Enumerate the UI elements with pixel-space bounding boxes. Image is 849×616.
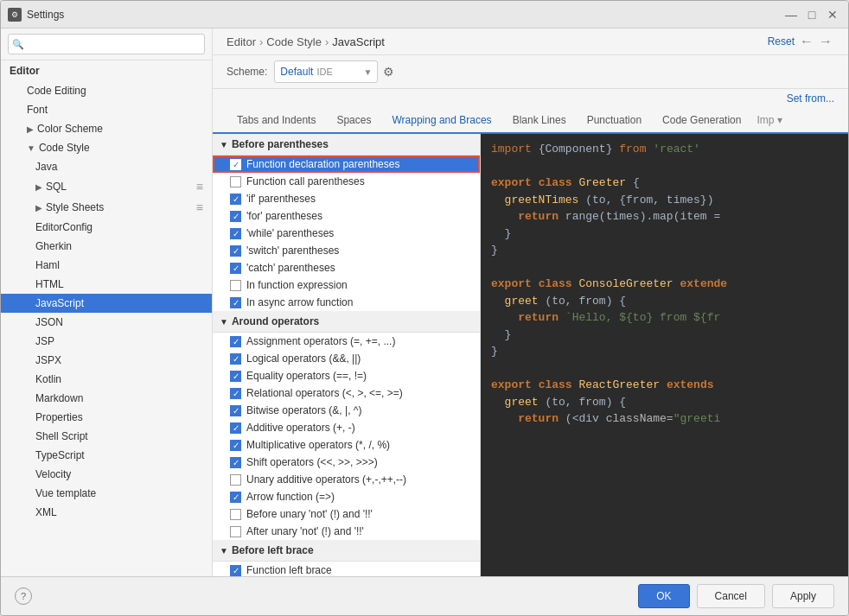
checkbox-switch-parentheses[interactable]: ✓ xyxy=(230,245,241,257)
option-additive-operators[interactable]: ✓ Additive operators (+, -) xyxy=(213,419,480,436)
reset-link[interactable]: Reset xyxy=(768,35,795,48)
checkbox-bitwise-operators[interactable]: ✓ xyxy=(230,405,241,416)
checkbox-multiplicative-operators[interactable]: ✓ xyxy=(230,440,241,451)
option-in-function-expression[interactable]: In function expression xyxy=(213,276,480,294)
sidebar-item-velocity[interactable]: Velocity xyxy=(1,465,212,484)
option-for-parentheses[interactable]: ✓ 'for' parentheses xyxy=(213,207,480,225)
option-multiplicative-operators[interactable]: ✓ Multiplicative operators (*, /, %) xyxy=(213,436,480,454)
checkbox-function-declaration-parentheses[interactable]: ✓ xyxy=(230,159,241,170)
checkbox-catch-parentheses[interactable]: ✓ xyxy=(230,263,241,274)
checkbox-assignment-operators[interactable]: ✓ xyxy=(230,336,241,347)
tab-tabs-and-indents[interactable]: Tabs and Indents xyxy=(227,108,326,134)
tab-blank-lines[interactable]: Blank Lines xyxy=(502,108,577,134)
sidebar-item-html[interactable]: HTML xyxy=(1,275,212,294)
option-shift-operators[interactable]: ✓ Shift operators (<<, >>, >>>) xyxy=(213,454,480,471)
sidebar-item-typescript[interactable]: TypeScript xyxy=(1,446,212,465)
cancel-button[interactable]: Cancel xyxy=(697,584,765,608)
sidebar-item-sql[interactable]: ▶SQL ≡ xyxy=(1,176,212,197)
sidebar-item-gherkin[interactable]: Gherkin xyxy=(1,237,212,256)
sidebar-item-kotlin[interactable]: Kotlin xyxy=(1,370,212,389)
checkbox-for-parentheses[interactable]: ✓ xyxy=(230,211,241,222)
sidebar-item-properties[interactable]: Properties xyxy=(1,408,212,427)
sidebar-item-code-style[interactable]: ▼ Code Style xyxy=(1,138,212,157)
sidebar-item-font[interactable]: Font xyxy=(1,100,212,119)
checkbox-arrow-function[interactable]: ✓ xyxy=(230,492,241,503)
javascript-label: JavaScript xyxy=(35,297,84,309)
checkbox-function-call-parentheses[interactable] xyxy=(230,176,241,187)
sidebar-item-xml[interactable]: XML xyxy=(1,503,212,522)
option-in-async-arrow-function[interactable]: ✓ In async arrow function xyxy=(213,294,480,311)
option-switch-parentheses[interactable]: ✓ 'switch' parentheses xyxy=(213,242,480,259)
tab-spaces[interactable]: Spaces xyxy=(326,108,381,134)
option-bitwise-operators[interactable]: ✓ Bitwise operators (&, |, ^) xyxy=(213,402,480,419)
checkbox-unary-additive-operators[interactable] xyxy=(230,474,241,486)
option-equality-operators[interactable]: ✓ Equality operators (==, !=) xyxy=(213,367,480,384)
sidebar-item-shell-script[interactable]: Shell Script xyxy=(1,427,212,446)
maximize-button[interactable]: □ xyxy=(803,6,820,23)
option-catch-parentheses[interactable]: ✓ 'catch' parentheses xyxy=(213,259,480,276)
tab-code-generation[interactable]: Code Generation xyxy=(652,108,751,134)
option-function-declaration-parentheses[interactable]: ✓ Function declaration parentheses xyxy=(213,156,480,173)
sidebar-item-jsp[interactable]: JSP xyxy=(1,332,212,351)
option-arrow-function[interactable]: ✓ Arrow function (=>) xyxy=(213,488,480,505)
dialog-body: 🔍 Editor Code Editing Font ▶ Color Schem… xyxy=(1,29,848,576)
section-before-left-brace[interactable]: ▼ Before left brace xyxy=(213,540,480,562)
checkbox-function-left-brace[interactable]: ✓ xyxy=(230,565,241,576)
ok-button[interactable]: OK xyxy=(638,584,689,608)
search-input[interactable] xyxy=(8,34,205,54)
checkbox-additive-operators[interactable]: ✓ xyxy=(230,422,241,434)
tab-punctuation[interactable]: Punctuation xyxy=(577,108,652,134)
sidebar-item-editor[interactable]: Editor xyxy=(1,60,212,81)
minimize-button[interactable]: — xyxy=(782,6,800,23)
apply-button[interactable]: Apply xyxy=(772,584,834,608)
sidebar-item-vue-template[interactable]: Vue template xyxy=(1,484,212,503)
section-before-parentheses[interactable]: ▼ Before parentheses xyxy=(213,134,480,156)
option-relational-operators[interactable]: ✓ Relational operators (<, >, <=, >=) xyxy=(213,384,480,402)
breadcrumb-javascript: JavaScript xyxy=(332,35,385,48)
sidebar-item-javascript[interactable]: JavaScript xyxy=(1,294,212,313)
option-while-parentheses-label: 'while' parentheses xyxy=(246,227,334,239)
sidebar-item-java[interactable]: Java xyxy=(1,157,212,176)
close-button[interactable]: ✕ xyxy=(824,6,841,23)
checkbox-shift-operators[interactable]: ✓ xyxy=(230,457,241,468)
option-unary-additive-operators[interactable]: Unary additive operators (+,-,++,--) xyxy=(213,471,480,488)
sidebar-item-haml[interactable]: Haml xyxy=(1,256,212,275)
back-button[interactable]: ← xyxy=(798,34,815,49)
sidebar-item-markdown[interactable]: Markdown xyxy=(1,389,212,408)
scheme-gear-button[interactable]: ⚙ xyxy=(378,61,399,82)
sidebar-item-editorconfig[interactable]: EditorConfig xyxy=(1,218,212,237)
sidebar-item-color-scheme[interactable]: ▶ Color Scheme xyxy=(1,119,212,138)
scheme-select[interactable]: Default IDE ▼ xyxy=(274,60,378,83)
checkbox-after-unary-not[interactable] xyxy=(230,526,241,537)
sidebar-item-json[interactable]: JSON xyxy=(1,313,212,332)
option-function-call-parentheses[interactable]: Function call parentheses xyxy=(213,173,480,190)
checkbox-in-function-expression[interactable] xyxy=(230,280,241,291)
option-after-unary-not[interactable]: After unary 'not' (!) and '!!' xyxy=(213,523,480,540)
checkbox-if-parentheses[interactable]: ✓ xyxy=(230,194,241,205)
option-assignment-operators[interactable]: ✓ Assignment operators (=, +=, ...) xyxy=(213,333,480,350)
sidebar-item-style-sheets[interactable]: ▶Style Sheets ≡ xyxy=(1,197,212,218)
checkbox-logical-operators[interactable]: ✓ xyxy=(230,353,241,365)
title-controls: — □ ✕ xyxy=(782,6,841,23)
sidebar-item-jspx[interactable]: JSPX xyxy=(1,351,212,370)
checkbox-in-async-arrow-function[interactable]: ✓ xyxy=(230,297,241,308)
forward-button[interactable]: → xyxy=(817,34,834,49)
tabs-more-button[interactable]: Imp ▾ xyxy=(751,108,787,132)
breadcrumb-sep1: › xyxy=(259,35,263,48)
code-line-17: return (<div className="greeti xyxy=(491,410,838,428)
sidebar-item-code-editing[interactable]: Code Editing xyxy=(1,81,212,100)
option-before-unary-not[interactable]: Before unary 'not' (!) and '!!' xyxy=(213,505,480,523)
option-logical-operators[interactable]: ✓ Logical operators (&&, ||) xyxy=(213,350,480,367)
section-around-operators[interactable]: ▼ Around operators xyxy=(213,311,480,333)
help-button[interactable]: ? xyxy=(15,587,32,605)
checkbox-before-unary-not[interactable] xyxy=(230,509,241,520)
option-while-parentheses[interactable]: ✓ 'while' parentheses xyxy=(213,225,480,242)
checkbox-while-parentheses[interactable]: ✓ xyxy=(230,228,241,239)
tab-wrapping-and-braces[interactable]: Wrapping and Braces xyxy=(381,108,501,134)
option-if-parentheses[interactable]: ✓ 'if' parentheses xyxy=(213,190,480,207)
set-from-link[interactable]: Set from... xyxy=(787,92,834,105)
checkbox-equality-operators[interactable]: ✓ xyxy=(230,371,241,382)
checkbox-relational-operators[interactable]: ✓ xyxy=(230,388,241,399)
code-editing-label: Code Editing xyxy=(27,85,86,97)
option-function-left-brace[interactable]: ✓ Function left brace xyxy=(213,562,480,576)
